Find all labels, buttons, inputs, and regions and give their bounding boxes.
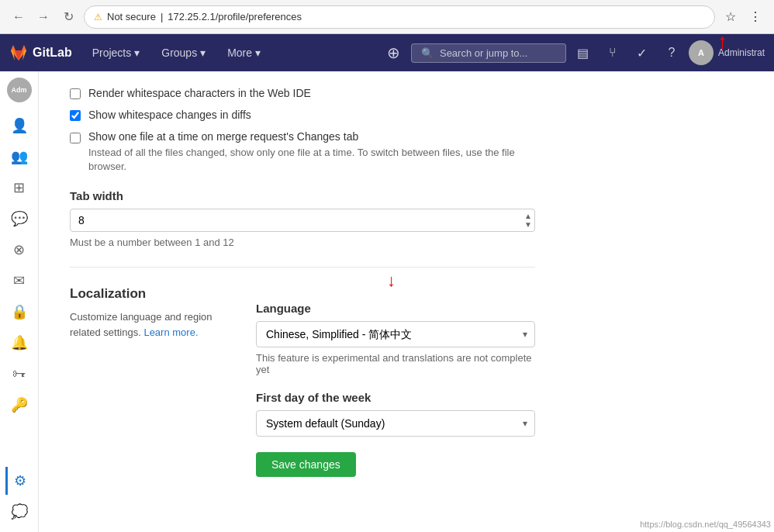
nav-more[interactable]: More ▾	[219, 43, 268, 62]
sidebar-item-keys2[interactable]: 🔑	[5, 391, 33, 419]
sidebar-item-integrations[interactable]: ⊗	[5, 236, 33, 264]
one-file-description: Instead of all the files changed, show o…	[88, 146, 535, 174]
spinner-up[interactable]: ▲	[524, 212, 532, 220]
render-whitespace-checkbox[interactable]	[70, 88, 81, 99]
render-whitespace-label[interactable]: Render whitespace characters in the Web …	[88, 87, 311, 99]
localization-fields: ↓ Language Chinese, Simplified - 简体中文 En…	[256, 286, 535, 477]
tab-width-input[interactable]	[70, 209, 535, 232]
sidebar-item-groups[interactable]: 👥	[5, 143, 33, 171]
lock-icon: 🔒	[11, 303, 28, 320]
address-bar[interactable]: ⚠ Not secure | 172.25.2.1/profile/prefer…	[84, 5, 715, 29]
language-select[interactable]: Chinese, Simplified - 简体中文 English Frenc…	[256, 321, 535, 347]
section-divider	[70, 267, 535, 268]
gitlab-navbar: GitLab Projects ▾ Groups ▾ More ▾ ⊕ 🔍 Se…	[0, 34, 774, 71]
tab-width-wrapper: ▲ ▼	[70, 209, 535, 232]
spinner-buttons: ▲ ▼	[524, 212, 532, 229]
show-whitespace-label[interactable]: Show whitespace changes in diffs	[88, 109, 251, 121]
preferences-icon: ⚙	[14, 472, 26, 489]
chevron-down-icon: ▾	[200, 47, 206, 59]
first-day-select-wrapper: System default (Sunday) Monday Saturday …	[256, 410, 535, 437]
nav-projects[interactable]: Projects ▾	[85, 43, 148, 62]
first-day-label: First day of the week	[256, 391, 535, 404]
checkbox-row-1: Render whitespace characters in the Web …	[70, 87, 535, 99]
star-button[interactable]: ☆	[721, 8, 740, 26]
dashboard-icon: ⊞	[13, 179, 25, 196]
localization-description: Customize language and region related se…	[70, 309, 225, 340]
left-sidebar: Adm 👤 👥 ⊞ 💬 ⊗ ✉ 🔒 🔔 🗝 🔑	[0, 71, 39, 532]
email-icon: ✉	[13, 272, 25, 289]
groups-icon: 👥	[11, 148, 28, 165]
security-label: Not secure	[107, 11, 156, 22]
gitlab-logo-icon	[9, 43, 28, 62]
new-item-button[interactable]: ⊕	[382, 40, 406, 65]
sidebar-item-dashboard[interactable]: ⊞	[5, 174, 33, 202]
user-icon: 👤	[11, 117, 28, 134]
checkbox-row-3: Show one file at a time on merge request…	[70, 130, 535, 174]
first-day-select[interactable]: System default (Sunday) Monday Saturday …	[256, 410, 535, 437]
sidebar-item-preferences[interactable]: ⚙	[5, 467, 33, 495]
learn-more-link[interactable]: Learn more.	[143, 326, 198, 338]
merge-requests-button[interactable]: ⑂	[600, 40, 625, 65]
browser-chrome: ← → ↻ ⚠ Not secure | 172.25.2.1/profile/…	[0, 0, 774, 34]
localization-info: Localization Customize language and regi…	[70, 286, 225, 477]
sidebar-user-avatar[interactable]: Adm	[7, 78, 32, 102]
language-hint: This feature is experimental and transla…	[256, 352, 535, 375]
chevron-down-icon: ▾	[255, 47, 261, 59]
access-token-icon: 🔑	[11, 396, 28, 413]
sidebar-item-comments[interactable]: 💬	[5, 205, 33, 233]
admin-avatar[interactable]: A	[689, 40, 714, 65]
nav-groups[interactable]: Groups ▾	[154, 43, 213, 62]
sidebar-item-notifications[interactable]: 🔔	[5, 329, 33, 357]
issues-button[interactable]: ▤	[571, 40, 596, 65]
language-label: Language	[256, 302, 535, 315]
browser-menu-button[interactable]: ⋮	[746, 8, 765, 26]
avatar-initials: Adm	[12, 86, 27, 94]
url-text: 172.25.2.1/profile/preferences	[168, 11, 302, 22]
admin-initials: A	[698, 48, 704, 57]
gitlab-logo-text: GitLab	[33, 46, 72, 60]
main-layout: Adm 👤 👥 ⊞ 💬 ⊗ ✉ 🔒 🔔 🗝 🔑	[0, 71, 774, 532]
sidebar-item-security[interactable]: 🔒	[5, 298, 33, 326]
spinner-down[interactable]: ▼	[524, 221, 532, 229]
watermark: https://blog.csdn.net/qq_49564343	[640, 520, 771, 529]
todos-button[interactable]: ✓	[630, 40, 655, 65]
one-file-label[interactable]: Show one file at a time on merge request…	[88, 130, 358, 143]
reload-button[interactable]: ↻	[59, 8, 78, 26]
chevron-down-icon: ▾	[134, 47, 140, 59]
show-whitespace-checkbox[interactable]	[70, 110, 81, 121]
security-icon: ⚠	[94, 12, 102, 22]
language-select-wrapper: Chinese, Simplified - 简体中文 English Frenc…	[256, 321, 535, 347]
bell-icon: 🔔	[11, 334, 28, 351]
chat-icon: 💭	[11, 503, 28, 520]
gitlab-logo[interactable]: GitLab	[9, 43, 72, 62]
sidebar-item-profile[interactable]: 👤	[5, 112, 33, 140]
sidebar-item-email[interactable]: ✉	[5, 267, 33, 295]
search-icon: 🔍	[421, 47, 434, 59]
checkbox-row-2: Show whitespace changes in diffs	[70, 109, 535, 121]
back-button[interactable]: ←	[9, 8, 28, 26]
localization-title: Localization	[70, 286, 225, 302]
sidebar-item-keys1[interactable]: 🗝	[5, 360, 33, 388]
content-area: Render whitespace characters in the Web …	[39, 71, 774, 532]
settings-section: Render whitespace characters in the Web …	[70, 87, 535, 477]
integrations-icon: ⊗	[13, 241, 25, 258]
forward-button[interactable]: →	[34, 8, 53, 26]
key-icon: 🗝	[12, 366, 26, 382]
search-bar[interactable]: 🔍 Search or jump to...	[411, 43, 566, 63]
tab-width-label: Tab width	[70, 189, 535, 202]
save-changes-button[interactable]: Save changes	[256, 452, 356, 477]
admin-label: Administrat	[718, 47, 765, 58]
one-file-checkbox[interactable]	[70, 133, 81, 143]
tab-width-hint: Must be a number between 1 and 12	[70, 237, 535, 248]
url-separator: |	[161, 11, 163, 22]
localization-layout: Localization Customize language and regi…	[70, 286, 535, 477]
help-button[interactable]: ?	[659, 40, 684, 65]
comments-icon: 💬	[11, 210, 28, 227]
sidebar-item-chat[interactable]: 💭	[5, 498, 33, 526]
